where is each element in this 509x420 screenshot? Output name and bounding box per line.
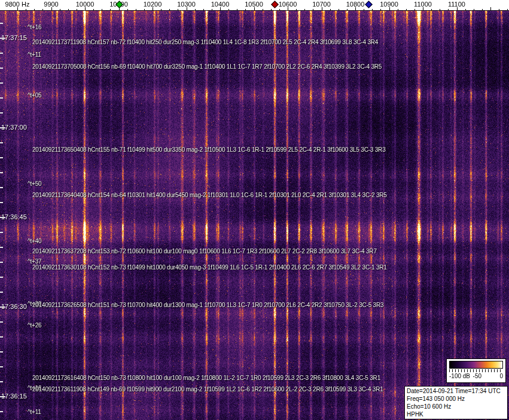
freq-tick — [26, 9, 26, 10]
freq-tick — [161, 9, 161, 10]
freq-tick — [431, 9, 432, 10]
freq-tick — [296, 9, 297, 10]
freq-tick — [398, 9, 398, 10]
red-diamond-marker[interactable] — [271, 1, 279, 8]
freq-tick — [178, 9, 178, 10]
db-color-scale: -100 dB -50 0 — [446, 358, 506, 383]
freq-tick — [77, 9, 77, 10]
freq-tick — [68, 9, 69, 10]
status-info-box: Date=2014-09-21 Time=17:34 UTC Freq=143 … — [404, 386, 508, 419]
freq-tick — [263, 9, 263, 10]
info-echo: Echo=10 600 Hz — [407, 403, 505, 410]
db-mid-label: -50 — [473, 373, 481, 379]
db-max-label: 0 — [499, 373, 503, 379]
freq-tick — [34, 9, 35, 10]
freq-tick — [153, 7, 153, 10]
freq-tick — [372, 9, 373, 10]
freq-tick — [339, 9, 339, 10]
info-date-time: Date=2014-09-21 Time=17:34 UTC — [407, 387, 505, 395]
freq-tick — [187, 7, 187, 10]
freq-tick — [254, 7, 255, 10]
freq-tick — [448, 9, 449, 10]
freq-tick — [490, 7, 491, 10]
freq-tick — [380, 9, 381, 10]
freq-tick — [355, 7, 356, 10]
freq-tick — [17, 7, 18, 10]
freq-tick — [465, 9, 466, 10]
freq-tick — [389, 7, 390, 10]
freq-tick — [110, 9, 111, 10]
freq-tick — [93, 9, 94, 10]
freq-tick — [499, 9, 499, 10]
frequency-axis: 9800 Hz990010000101001020010300104001050… — [0, 0, 509, 11]
freq-tick — [136, 9, 136, 10]
freq-tick — [245, 9, 246, 10]
freq-tick — [237, 9, 237, 10]
freq-tick — [195, 9, 196, 10]
freq-tick — [271, 9, 272, 10]
freq-tick — [457, 7, 458, 10]
spectrogram-app: 17:37:1517:37:0017:36:4517:36:3017:36:15… — [0, 0, 509, 420]
freq-tick — [203, 9, 204, 10]
freq-tick — [144, 9, 145, 10]
db-scale-labels: -100 dB -50 0 — [449, 373, 503, 381]
freq-tick — [440, 9, 440, 10]
freq-tick — [347, 9, 348, 10]
freq-tick — [406, 9, 407, 10]
freq-tick — [102, 9, 102, 10]
freq-tick — [212, 9, 212, 10]
color-gradient-bar — [449, 361, 503, 369]
freq-tick — [330, 9, 331, 10]
info-frequency: Freq=143 050 000 Hz — [407, 395, 505, 403]
blue-diamond-marker[interactable] — [365, 1, 373, 8]
db-min-label: -100 dB — [449, 373, 470, 379]
freq-tick — [220, 7, 221, 10]
freq-tick — [42, 9, 43, 10]
freq-tick — [288, 7, 288, 10]
freq-tick — [304, 9, 305, 10]
spectrogram-display[interactable] — [0, 10, 509, 420]
freq-tick — [507, 9, 508, 10]
freq-tick — [364, 9, 364, 10]
freq-tick — [228, 9, 229, 10]
freq-tick — [169, 9, 170, 10]
db-scale-ticks — [449, 369, 503, 372]
freq-tick — [482, 9, 483, 10]
freq-tick — [313, 9, 313, 10]
freq-tick — [60, 9, 60, 10]
freq-tick — [85, 7, 86, 10]
freq-tick — [423, 7, 423, 10]
freq-tick — [51, 7, 52, 10]
info-station-code: HPHK — [407, 410, 505, 418]
freq-tick — [474, 9, 474, 10]
freq-tick — [414, 9, 415, 10]
freq-tick — [127, 9, 128, 10]
freq-tick — [322, 7, 322, 10]
freq-tick — [279, 9, 280, 10]
